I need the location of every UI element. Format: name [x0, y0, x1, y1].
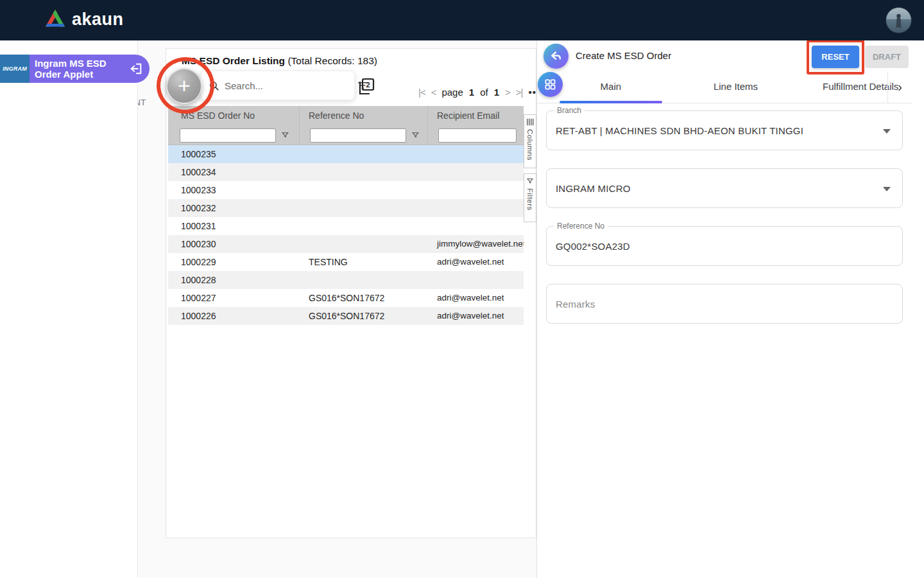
- side-tab-columns[interactable]: Columns: [524, 114, 536, 168]
- cell-email: adri@wavelet.net: [428, 307, 524, 325]
- cell-no: 1000235: [168, 145, 300, 163]
- exit-applet-icon[interactable]: [129, 62, 143, 76]
- branch-value: RET-ABT | MACHINES SDN BHD-AEON BUKIT TI…: [556, 125, 803, 136]
- cell-email: [428, 145, 524, 163]
- search-input[interactable]: [225, 80, 352, 91]
- pages-icon[interactable]: 2: [358, 77, 375, 97]
- listing-title: MS ESD Order Listing (Total Records: 183…: [182, 55, 377, 67]
- cell-email: [428, 271, 524, 289]
- brand-logo: akaun: [44, 9, 124, 30]
- first-page-button[interactable]: |<: [418, 87, 425, 98]
- left-sidebar: [0, 40, 138, 578]
- search-box: [200, 71, 355, 100]
- columns-bars-icon: [526, 118, 534, 126]
- tab-main[interactable]: Main: [560, 71, 662, 103]
- side-tab-filters[interactable]: Filters: [524, 173, 536, 222]
- cell-email: [428, 217, 524, 235]
- branch-label: Branch: [554, 106, 585, 115]
- funnel-icon[interactable]: [281, 131, 289, 139]
- akaun-triangle-icon: [44, 9, 67, 30]
- tab-line-items[interactable]: Line Items: [685, 71, 787, 103]
- cell-ref: [300, 181, 428, 199]
- cell-email: adri@wavelet.net: [428, 253, 524, 271]
- layout-grid-button[interactable]: [538, 72, 563, 97]
- cell-no: 1000232: [168, 199, 300, 217]
- app-root: akaun INGRAM Ingram MS ESD Order Applet …: [0, 0, 924, 578]
- cell-ref: [300, 163, 428, 181]
- table-row[interactable]: 1000234: [168, 163, 524, 181]
- detail-title: Create MS ESD Order: [576, 50, 671, 61]
- table-row[interactable]: 1000232: [168, 199, 524, 217]
- draft-button[interactable]: DRAFT: [865, 46, 909, 68]
- reference-no-label: Reference No: [554, 222, 608, 231]
- table-row[interactable]: 1000231: [168, 217, 524, 235]
- cell-no: 1000230: [168, 235, 300, 253]
- add-record-button[interactable]: +: [166, 68, 202, 104]
- back-button[interactable]: [543, 44, 569, 69]
- cell-no: 1000228: [168, 271, 300, 289]
- cell-no: 1000234: [168, 163, 300, 181]
- table-row[interactable]: 1000226GS016*SON17672adri@wavelet.net: [168, 307, 524, 325]
- cell-email: [428, 181, 524, 199]
- cell-ref: TESTING: [300, 253, 428, 271]
- cell-no: 1000233: [168, 181, 300, 199]
- reference-no-value: GQ002*SOA23D: [556, 241, 630, 252]
- filter-input-order-no[interactable]: [180, 128, 276, 143]
- filter-input-reference-no[interactable]: [310, 128, 406, 143]
- cell-ref: GS016*SON17672: [300, 307, 428, 325]
- chevron-down-icon: [883, 187, 891, 191]
- table-row[interactable]: 1000235: [168, 145, 524, 163]
- prev-page-button[interactable]: <: [431, 87, 436, 98]
- cell-ref: [300, 145, 428, 163]
- reset-button[interactable]: RESET: [812, 46, 859, 68]
- column-header-recipient-email[interactable]: Recipient Email: [428, 106, 524, 126]
- cell-no: 1000226: [168, 307, 300, 325]
- of-word: of: [480, 87, 488, 98]
- active-tab-indicator: [560, 101, 662, 103]
- applet-banner[interactable]: INGRAM Ingram MS ESD Order Applet: [0, 55, 150, 83]
- user-avatar[interactable]: [886, 7, 912, 33]
- supplier-value: INGRAM MICRO: [556, 183, 631, 194]
- page-current: 1: [469, 87, 474, 98]
- ingram-logo: INGRAM: [0, 55, 30, 83]
- column-header-order-no[interactable]: MS ESD Order No: [168, 106, 300, 126]
- column-header-reference-no[interactable]: Reference No: [300, 106, 428, 126]
- cell-ref: [300, 199, 428, 217]
- cell-ref: GS016*SON17672: [300, 289, 428, 307]
- next-page-button[interactable]: >: [505, 87, 510, 98]
- branch-select[interactable]: Branch RET-ABT | MACHINES SDN BHD-AEON B…: [546, 110, 903, 150]
- page-total: 1: [494, 87, 499, 98]
- grid-icon: [544, 78, 556, 91]
- search-icon: [209, 80, 219, 91]
- table-row[interactable]: 1000229TESTINGadri@wavelet.net: [168, 253, 524, 271]
- data-grid: MS ESD Order No Reference No Recipient E…: [168, 106, 524, 325]
- cell-ref: [300, 271, 428, 289]
- funnel-icon: [526, 177, 534, 185]
- detail-tabs: Main Line Items Fulfillment Details: [537, 71, 912, 103]
- brand-name: akaun: [72, 10, 124, 30]
- applet-title: Ingram MS ESD Order Applet: [35, 58, 129, 80]
- grid-filter-row: [168, 126, 524, 145]
- cell-no: 1000229: [168, 253, 300, 271]
- cell-no: 1000231: [168, 217, 300, 235]
- tabs-scroll-right-button[interactable]: ›: [887, 71, 912, 103]
- grid-header-row: MS ESD Order No Reference No Recipient E…: [168, 106, 524, 126]
- page-word: page: [441, 87, 463, 98]
- table-row[interactable]: 1000233: [168, 181, 524, 199]
- last-page-button[interactable]: >|: [516, 87, 523, 98]
- supplier-select[interactable]: INGRAM MICRO: [546, 168, 903, 208]
- table-row[interactable]: 1000227GS016*SON17672adri@wavelet.net: [168, 289, 524, 307]
- table-row[interactable]: 1000230jimmylow@wavelet.net: [168, 235, 524, 253]
- cell-no: 1000227: [168, 289, 300, 307]
- funnel-icon[interactable]: [411, 131, 420, 139]
- table-row[interactable]: 1000228: [168, 271, 524, 289]
- filter-input-recipient-email[interactable]: [438, 128, 517, 143]
- grid-body: 1000235100023410002331000232100023110002…: [168, 145, 524, 325]
- reference-no-field[interactable]: Reference No GQ002*SOA23D: [546, 226, 903, 266]
- remarks-field[interactable]: Remarks: [546, 284, 903, 324]
- remarks-placeholder: Remarks: [556, 299, 595, 310]
- cell-email: adri@wavelet.net: [428, 289, 524, 307]
- top-navbar: akaun: [0, 0, 924, 40]
- back-arrow-icon: [549, 49, 563, 63]
- cell-email: [428, 163, 524, 181]
